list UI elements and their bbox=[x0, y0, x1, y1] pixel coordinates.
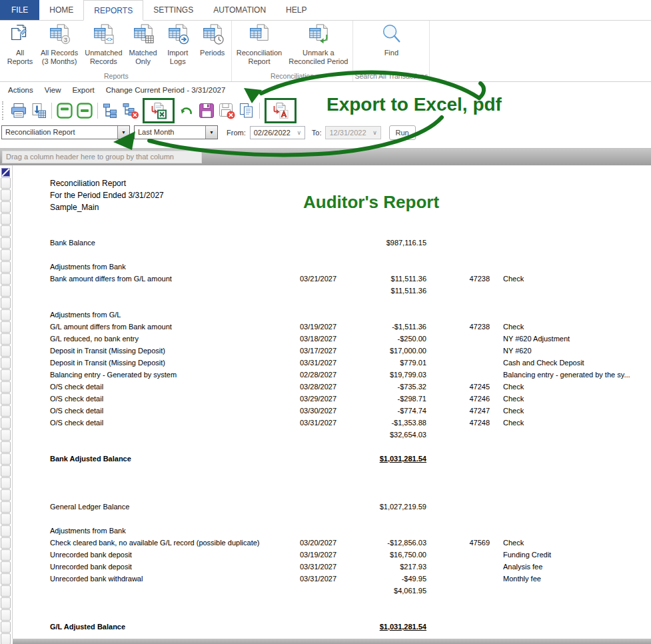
tab-automation[interactable]: AUTOMATION bbox=[203, 0, 276, 20]
tab-reports[interactable]: REPORTS bbox=[83, 0, 143, 21]
export-excel-icon[interactable] bbox=[150, 102, 167, 119]
row-selector[interactable] bbox=[1, 621, 11, 633]
report-row[interactable]: Deposit in Transit (Missing Deposit)03/3… bbox=[13, 357, 638, 369]
all-reports-button[interactable]: AllReports bbox=[3, 21, 37, 66]
all-records-3-months-button[interactable]: 3All Records(3 Months) bbox=[37, 21, 81, 66]
tab-help[interactable]: HELP bbox=[276, 0, 317, 20]
run-button[interactable]: Run bbox=[389, 125, 416, 140]
report-row[interactable]: G/L reduced, no bank entry03/18/2027-$25… bbox=[13, 333, 638, 345]
group-by-panel[interactable]: Drag a column header here to group by th… bbox=[0, 148, 651, 165]
report-row[interactable]: Unrecorded bank deposit03/31/2027$217.93… bbox=[13, 561, 638, 573]
report-row[interactable]: Balancing entry - Generated by system02/… bbox=[13, 369, 638, 381]
row-selector[interactable] bbox=[1, 357, 11, 369]
report-row[interactable]: $4,061.95 bbox=[13, 585, 638, 597]
row-selector[interactable] bbox=[1, 333, 11, 345]
report-type-combobox[interactable]: Reconciliation Report ▼ bbox=[1, 125, 130, 139]
report-row[interactable]: Bank Adjusted Balance$1,031,281.54 bbox=[13, 453, 638, 465]
import-logs-button[interactable]: ImportLogs bbox=[161, 21, 195, 66]
export-pdf-icon[interactable] bbox=[272, 102, 289, 119]
report-row[interactable]: O/S check detail03/29/2027-$298.7147246C… bbox=[13, 393, 638, 405]
dropdown-arrow-icon[interactable]: ▼ bbox=[117, 126, 129, 139]
report-row[interactable]: Reconciliation Report bbox=[13, 177, 638, 189]
row-selector[interactable] bbox=[1, 633, 11, 644]
report-row[interactable]: Check cleared bank, no available G/L rec… bbox=[13, 537, 638, 549]
report-row[interactable]: Adjustments from Bank bbox=[13, 525, 638, 537]
remove-grouping-icon[interactable] bbox=[122, 102, 139, 119]
row-selector[interactable] bbox=[1, 321, 11, 333]
row-selector[interactable] bbox=[1, 417, 11, 429]
row-selector[interactable] bbox=[1, 381, 11, 393]
print-icon[interactable] bbox=[10, 102, 27, 119]
report-row[interactable]: Sample_Main bbox=[13, 201, 638, 213]
report-row[interactable]: Unrecorded bank deposit03/19/2027$16,750… bbox=[13, 549, 638, 561]
row-selector[interactable] bbox=[1, 345, 11, 357]
report-row[interactable]: Adjustments from G/L bbox=[13, 309, 638, 321]
menu-export[interactable]: Export bbox=[72, 86, 94, 97]
report-row[interactable]: Unrecorded bank withdrawal03/31/2027-$49… bbox=[13, 573, 638, 585]
collapse-rows-icon[interactable] bbox=[76, 102, 93, 119]
matched-only-button[interactable]: MatchedOnly bbox=[126, 21, 161, 66]
tab-settings[interactable]: SETTINGS bbox=[143, 0, 203, 20]
periods-button[interactable]: Periods bbox=[195, 21, 230, 57]
row-selector[interactable] bbox=[1, 429, 11, 441]
row-selector[interactable] bbox=[1, 297, 11, 309]
row-selector[interactable] bbox=[1, 225, 11, 237]
discard-save-icon[interactable] bbox=[218, 102, 235, 119]
row-selector[interactable] bbox=[1, 237, 11, 249]
report-row[interactable]: O/S check detail03/30/2027-$774.7447247C… bbox=[13, 405, 638, 417]
row-selector[interactable] bbox=[1, 465, 11, 477]
row-selector[interactable] bbox=[1, 537, 11, 549]
report-row[interactable]: Bank Balance$987,116.15 bbox=[13, 237, 638, 249]
row-selector[interactable] bbox=[1, 441, 11, 453]
row-selector[interactable] bbox=[1, 501, 11, 513]
toolbar-grip-handle[interactable] bbox=[2, 101, 6, 120]
date-range-combobox[interactable]: Last Month ▼ bbox=[134, 125, 218, 139]
row-selector[interactable] bbox=[1, 561, 11, 573]
row-selector[interactable] bbox=[1, 549, 11, 561]
find-button[interactable]: Find bbox=[374, 21, 408, 57]
report-row[interactable]: Deposit in Transit (Missing Deposit)03/1… bbox=[13, 345, 638, 357]
chevron-down-icon[interactable]: ∨ bbox=[294, 129, 305, 136]
row-selector[interactable] bbox=[1, 477, 11, 489]
row-selector[interactable] bbox=[1, 261, 11, 273]
report-row[interactable]: G/L amount differs from Bank amount03/19… bbox=[13, 321, 638, 333]
row-selector[interactable] bbox=[1, 201, 11, 213]
row-selector[interactable] bbox=[1, 249, 11, 261]
row-selector[interactable] bbox=[1, 177, 11, 189]
tree-view-icon[interactable] bbox=[102, 102, 119, 119]
report-row[interactable]: G/L Adjusted Balance$1,031,281.54 bbox=[13, 621, 638, 633]
dropdown-arrow-icon[interactable]: ▼ bbox=[205, 126, 217, 139]
undo-icon[interactable] bbox=[178, 102, 195, 119]
row-selector[interactable] bbox=[1, 273, 11, 285]
row-selector[interactable] bbox=[1, 369, 11, 381]
bottom-scroll-bar[interactable] bbox=[13, 639, 651, 644]
row-selector[interactable] bbox=[1, 285, 11, 297]
expand-rows-icon[interactable] bbox=[56, 102, 73, 119]
row-selector[interactable] bbox=[1, 597, 11, 609]
menu-actions[interactable]: Actions bbox=[8, 86, 33, 97]
tab-home[interactable]: HOME bbox=[39, 0, 83, 20]
row-selector[interactable] bbox=[1, 213, 11, 225]
row-selector[interactable] bbox=[1, 585, 11, 597]
tab-file[interactable]: FILE bbox=[0, 0, 39, 20]
row-selector[interactable] bbox=[1, 393, 11, 405]
row-selector[interactable] bbox=[1, 609, 11, 621]
menu-change[interactable]: Change Current Period - 3/31/2027 bbox=[106, 86, 226, 97]
unmatched-records-button[interactable]: <>UnmatchedRecords bbox=[81, 21, 125, 66]
row-selector[interactable] bbox=[1, 453, 11, 465]
report-row[interactable]: Adjustments from Bank bbox=[13, 261, 638, 273]
report-row[interactable]: For the Period Ended 3/31/2027 bbox=[13, 189, 638, 201]
row-selector[interactable] bbox=[1, 405, 11, 417]
from-date-field[interactable]: 02/26/2022 ∨ bbox=[250, 126, 305, 139]
report-row[interactable]: General Ledger Balance$1,027,219.59 bbox=[13, 501, 638, 513]
report-row[interactable]: Bank amount differs from G/L amount03/21… bbox=[13, 273, 638, 285]
copy-icon[interactable] bbox=[238, 102, 255, 119]
row-selector[interactable] bbox=[1, 573, 11, 585]
menu-view[interactable]: View bbox=[45, 86, 61, 97]
unmark-reconciled-period-button[interactable]: Unmark aReconciled Period bbox=[285, 21, 351, 66]
select-all-cell[interactable] bbox=[1, 167, 10, 176]
row-selector[interactable] bbox=[1, 309, 11, 321]
report-row[interactable]: $32,654.03 bbox=[13, 429, 638, 441]
report-row[interactable]: O/S check detail03/31/2027-$1,353.884724… bbox=[13, 417, 638, 429]
report-row[interactable]: $11,511.36 bbox=[13, 285, 638, 297]
